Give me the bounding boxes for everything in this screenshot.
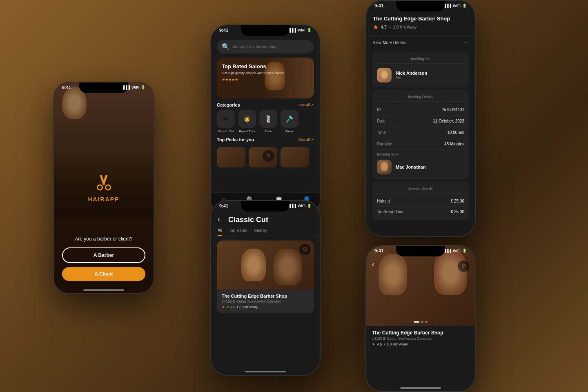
haircut-price: € 25.00	[451, 199, 464, 203]
banner-stars: ★★★★★	[222, 78, 285, 82]
tabs-row: All Top Rated Nearby	[211, 224, 320, 236]
shave-label: Shave	[285, 129, 294, 133]
back-button[interactable]: ‹	[218, 216, 220, 223]
status-bar: 9:41 ▐▐▐WiFi🔋	[211, 28, 320, 33]
booking-distance: 1.0 Km Away	[393, 25, 416, 29]
phone-detail: 9:41 ▐▐▐WiFi🔋 ‹ ♡ The Cutting Edge Barbe…	[365, 245, 476, 392]
dot-separator: •	[389, 25, 391, 29]
search-input[interactable]	[232, 45, 309, 49]
service-row-haircut: Haircut € 25.00	[377, 198, 464, 205]
status-time: 9:41	[219, 203, 228, 208]
heart-btn-2[interactable]: ♡	[263, 150, 274, 162]
home-indicator	[83, 289, 124, 291]
person-sub: Me	[396, 76, 427, 80]
view-more-button[interactable]: View More Details →	[366, 35, 475, 49]
booking-with-label: Booking With	[377, 152, 464, 156]
scissors-icon	[94, 173, 114, 194]
category-fade[interactable]: 💈 Fade	[259, 110, 277, 133]
star-icon: ★	[222, 305, 225, 309]
beard-trim-icon: 🧔	[238, 110, 256, 128]
status-time: 9:41	[219, 28, 228, 33]
logo-area: HAIRAPP	[88, 173, 119, 203]
duration-value: 45 Minutes	[444, 142, 464, 146]
rating-dot: •	[234, 305, 235, 309]
booking-rating-row: ★ 4.5 • 1.0 Km Away	[373, 23, 468, 31]
category-beard-trim[interactable]: 🧔 Beard Trim	[238, 110, 256, 133]
status-icons: ▐▐▐WiFi🔋	[443, 249, 467, 253]
dot-2	[421, 321, 423, 323]
tab-nearby[interactable]: Nearby	[254, 228, 267, 236]
client-button[interactable]: A Client	[62, 267, 145, 281]
booking-shop-name: The Cutting Edge Barber Shop	[373, 16, 468, 22]
tab-top-rated[interactable]: Top Rated	[229, 228, 247, 236]
detail-rating: 4.5	[377, 342, 382, 346]
tab-all[interactable]: All	[218, 228, 222, 236]
dot-3	[425, 321, 428, 323]
detail-row-id: ID 4578014401	[377, 106, 464, 114]
status-bar: 9:41 ▐▐▐WiFi🔋	[366, 248, 475, 253]
search-icon: 🔍	[222, 43, 230, 51]
splash-bottom: Are you a barber or client? A Barber A C…	[62, 236, 145, 281]
shop-card-1[interactable]: ♡ The Cutting Edge Barber Shop 14152 E C…	[217, 241, 314, 313]
detail-photo: ‹ ♡	[366, 246, 475, 326]
booking-rating: 4.5	[381, 25, 387, 29]
banner-title: Top Rated Salons	[222, 63, 285, 69]
status-icons: ▐▐▐WiFi🔋	[122, 85, 145, 89]
categories-see-all[interactable]: See all ↗	[298, 103, 314, 107]
back-button[interactable]: ‹	[372, 261, 374, 268]
person-avatar	[377, 68, 392, 82]
status-bar: 9:41 ▐▐▐WiFi🔋	[211, 203, 320, 208]
search-bar[interactable]: 🔍	[217, 40, 314, 53]
pick-card-3[interactable]	[281, 147, 309, 167]
detail-row-time: Time 10:00 am	[377, 129, 464, 136]
top-picks-see-all[interactable]: See all ↗	[298, 138, 314, 142]
category-shave[interactable]: 🪒 Shave	[281, 110, 298, 133]
barber-avatar	[377, 160, 392, 174]
top-picks-title: Top Picks for you	[217, 137, 254, 142]
categories-title: Categories	[217, 102, 240, 107]
banner-text: Top Rated Salons Get high-quality servic…	[222, 63, 285, 82]
status-time: 9:41	[62, 85, 71, 90]
shave-icon: 🪒	[281, 110, 298, 128]
home-indicator	[245, 371, 286, 372]
classic-cut-label: Classic Cut	[218, 129, 234, 133]
svg-point-2	[97, 185, 102, 190]
home-indicator	[400, 387, 441, 389]
top-picks-row: ♡	[211, 147, 320, 167]
barber-row: Mac Jonathan	[377, 160, 464, 174]
banner-card: Top Rated Salons Get high-quality servic…	[217, 58, 314, 98]
status-icons: ▐▐▐WiFi🔋	[288, 204, 312, 208]
classic-cut-icon: ✂	[217, 110, 235, 128]
detail-distance: 1.0 Km Away	[387, 342, 408, 346]
service-details-section: Service Details Haircut € 25.00 TimBeard…	[372, 182, 469, 220]
heart-button-1[interactable]: ♡	[299, 244, 311, 255]
booking-for-title: Booking For	[377, 57, 464, 64]
fade-label: Fade	[265, 129, 272, 133]
phone-home: 9:41 ▐▐▐WiFi🔋 🔍 Top Rated Salons Get hig…	[210, 24, 321, 216]
star-icon: ★	[373, 23, 379, 31]
photo-dots	[414, 321, 428, 323]
shop-name-1: The Cutting Edge Barber Shop	[222, 294, 309, 298]
pick-card-2[interactable]: ♡	[249, 147, 277, 167]
id-label: ID	[377, 107, 381, 112]
heart-button[interactable]: ♡	[458, 261, 469, 272]
distance-value: 1.0 Km Away	[236, 305, 258, 309]
barber-name: Mac Jonathan	[396, 165, 425, 169]
booking-details-section: Booking Details ID 4578014401 Date 11 Oc…	[372, 90, 469, 179]
status-icons: ▐▐▐WiFi🔋	[288, 28, 312, 32]
barber-button[interactable]: A Barber	[62, 247, 145, 263]
detail-rating-row: ★ 4.5 • 1.0 Km Away	[372, 342, 469, 346]
status-icons: ▐▐▐WiFi🔋	[443, 4, 467, 8]
shop-address-1: 14152 E Cedar Ave Aurora Colorado	[222, 299, 309, 303]
category-classic-cut[interactable]: ✂ Classic Cut	[217, 110, 235, 133]
date-value: 11 October, 2023	[433, 119, 464, 123]
detail-info: The Cutting Edge Barber Shop 14152 E Ced…	[366, 326, 475, 350]
pick-card-1[interactable]	[217, 147, 245, 167]
beard-trim-label: Beard Trim	[239, 129, 255, 133]
haircut-label: Haircut	[377, 199, 390, 203]
categories-header: Categories See all ↗	[211, 98, 320, 110]
date-label: Date	[377, 119, 385, 123]
banner-subtitle: Get high-quality service with trusted sa…	[222, 71, 285, 75]
duration-label: Duration	[377, 142, 392, 146]
top-picks-header: Top Picks for you See all ↗	[211, 133, 320, 145]
